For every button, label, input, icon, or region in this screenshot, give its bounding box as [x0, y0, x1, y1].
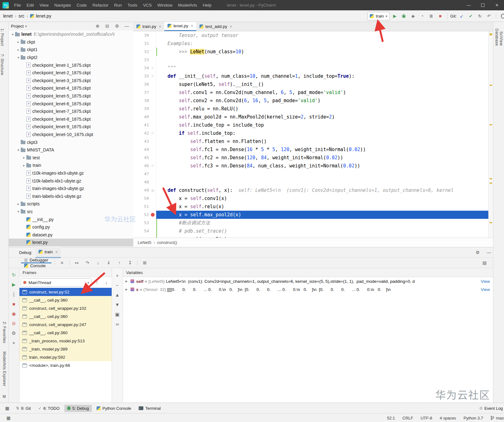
- maximize-button[interactable]: [476, 0, 490, 10]
- close-tab-icon[interactable]: ×: [159, 24, 161, 29]
- gutter[interactable]: 30: [133, 31, 156, 40]
- gutter[interactable]: 35⚐: [133, 72, 156, 80]
- gutter[interactable]: 52: [133, 211, 156, 219]
- gutter[interactable]: 31: [133, 40, 156, 48]
- gutter[interactable]: 34⚐: [133, 64, 156, 72]
- tree-item[interactable]: ?train-images-idx3-ubyte.gz: [8, 185, 133, 193]
- code-text[interactable]: x = self.conv2(x): [156, 235, 489, 238]
- tree-toggle-icon[interactable]: ▸: [16, 48, 21, 51]
- locate-file-button[interactable]: ⊕: [93, 22, 102, 30]
- tree-toggle-icon[interactable]: ▾: [16, 56, 21, 59]
- copy-stack-button[interactable]: ▣: [112, 309, 123, 319]
- code-text[interactable]: Tensor, output tensor: [156, 31, 489, 40]
- menu-navigate[interactable]: Navigate: [51, 3, 74, 8]
- rerun-button[interactable]: ↻: [8, 270, 19, 280]
- code-text[interactable]: >>> LeNet(num_class=10): [156, 48, 489, 56]
- gutter[interactable]: 50: [133, 194, 156, 203]
- tab-train.py[interactable]: train.py×: [133, 22, 164, 31]
- code-text[interactable]: self.fc3 = nn.Dense(84, num_class, weigh…: [156, 162, 489, 170]
- code-text[interactable]: self.conv1 = nn.Conv2d(num_channel, 6, 5…: [156, 88, 489, 97]
- project-settings-button[interactable]: ⚙: [113, 22, 121, 30]
- toolwindow-tab-9-git[interactable]: ⇅9: Git: [13, 405, 34, 412]
- tree-item[interactable]: ckpt3: [8, 138, 133, 146]
- tree-item[interactable]: ▸ckpt1: [8, 46, 133, 54]
- gutter[interactable]: 43: [133, 137, 156, 145]
- thread-select[interactable]: MainThread ▾: [21, 278, 92, 287]
- pause-button[interactable]: ∥: [8, 289, 19, 299]
- tool-stripe-button[interactable]: 1: Project: [0, 29, 4, 46]
- stack-frame[interactable]: _train, model.py:389: [19, 345, 112, 353]
- stack-frame[interactable]: <module>, train.py:66: [19, 361, 112, 369]
- tab-debugger[interactable]: ▥Debugger: [21, 258, 51, 263]
- breadcrumb-item[interactable]: src: [19, 13, 24, 18]
- gutter[interactable]: 41: [133, 121, 156, 129]
- gutter-pin-icon[interactable]: ⚐: [150, 64, 156, 72]
- previous-frame-button[interactable]: ↑: [93, 279, 101, 286]
- close-button[interactable]: ✕: [490, 0, 504, 10]
- status-item[interactable]: 52:1: [387, 416, 395, 420]
- code-text[interactable]: super(LeNet5, self).__init__(): [156, 80, 489, 88]
- search-everywhere-button[interactable]: [499, 12, 504, 20]
- gutter[interactable]: 49◎: [133, 186, 156, 194]
- code-text[interactable]: x = self.conv1(x): [156, 194, 489, 203]
- menu-view[interactable]: View: [37, 3, 51, 8]
- tree-item[interactable]: ▸test: [8, 154, 133, 162]
- tool-stripe-button[interactable]: ModelArts Explorer: [2, 351, 7, 386]
- code-text[interactable]: def construct(self, x): self: LeNet5<\n …: [156, 186, 489, 194]
- git-branch-widget[interactable]: master: [491, 416, 504, 420]
- stack-frame[interactable]: __call__, cell.py:360: [19, 312, 112, 320]
- settings-button[interactable]: ⚙: [8, 328, 19, 338]
- code-text[interactable]: self.include_top = include_top: [156, 121, 489, 129]
- gutter[interactable]: 47: [133, 170, 156, 178]
- tab-test_add.py[interactable]: test_add.py×: [196, 22, 235, 31]
- tree-item[interactable]: ?checkpoint_lenet-9_1875.ckpt: [8, 123, 133, 131]
- code-editor[interactable]: 30 Tensor, output tensor31 Examples:32 >…: [133, 31, 493, 238]
- scroll-up-button[interactable]: ▲: [112, 290, 123, 300]
- remove-watch-button[interactable]: −: [112, 280, 123, 290]
- stack-frame[interactable]: __call__, cell.py:360: [19, 296, 112, 304]
- code-text[interactable]: def __init__(self, num_class=10, num_cha…: [156, 72, 489, 80]
- warning-stripe-mark[interactable]: [490, 33, 492, 35]
- gutter[interactable]: 33: [133, 56, 156, 64]
- mute-breakpoints-button[interactable]: ⊘: [8, 319, 19, 328]
- debug-settings-button[interactable]: ⚙: [474, 249, 482, 256]
- menu-window[interactable]: Window: [155, 3, 175, 8]
- stack-frame[interactable]: construct, lenet.py:52: [19, 288, 112, 296]
- toolwindow-tab-terminal[interactable]: ›Terminal: [136, 405, 163, 412]
- code-text[interactable]: # pdb.set_trace(): [156, 227, 489, 235]
- layout-options-button[interactable]: ≡: [58, 259, 66, 266]
- run-with-coverage-button[interactable]: ◈: [409, 12, 417, 20]
- tree-item[interactable]: ▾ckpt2: [8, 54, 133, 61]
- tree-toggle-icon[interactable]: ▾: [16, 210, 21, 213]
- code-text[interactable]: #断点调试方法: [156, 219, 489, 227]
- stop-button[interactable]: ■: [8, 299, 19, 309]
- close-tab-icon[interactable]: ×: [230, 24, 232, 29]
- pin-button[interactable]: ⌖: [8, 338, 19, 348]
- code-text[interactable]: [156, 56, 489, 64]
- close-tab-icon[interactable]: ×: [191, 24, 193, 28]
- stack-frame[interactable]: train, model.py:592: [19, 353, 112, 361]
- tree-item[interactable]: ?checkpoint_lenet-6_1875.ckpt: [8, 100, 133, 108]
- run-button[interactable]: ▶: [391, 12, 399, 20]
- gutter[interactable]: 44: [133, 145, 156, 154]
- code-text[interactable]: [156, 178, 489, 186]
- evaluate-expression-button[interactable]: ⊞: [141, 259, 149, 266]
- run-to-cursor-button[interactable]: ↧: [126, 259, 134, 266]
- gutter[interactable]: 53: [133, 219, 156, 227]
- gutter[interactable]: 45: [133, 154, 156, 162]
- view-link[interactable]: View: [481, 287, 490, 292]
- code-text[interactable]: self.flatten = nn.Flatten(): [156, 137, 489, 145]
- tree-item[interactable]: ?train-labels-idx1-ubyte.gz: [8, 192, 133, 200]
- tree-item[interactable]: ▸scripts: [8, 200, 133, 208]
- tree-toggle-icon[interactable]: ▸: [22, 156, 26, 159]
- menu-help[interactable]: Help: [200, 3, 215, 8]
- warning-stripe-mark[interactable]: [490, 178, 492, 179]
- code-text[interactable]: [156, 170, 489, 178]
- gutter[interactable]: 37: [133, 88, 156, 97]
- gutter-pin-icon[interactable]: ⚐: [150, 129, 156, 137]
- menu-file[interactable]: File: [11, 3, 24, 8]
- step-over-button[interactable]: ↷: [83, 259, 92, 266]
- tree-item[interactable]: ▸ckpt: [8, 38, 133, 46]
- show-execution-point-button[interactable]: ↦: [73, 259, 81, 266]
- code-text[interactable]: self.fc1 = nn.Dense(16 * 5 * 5, 120, wei…: [156, 145, 489, 154]
